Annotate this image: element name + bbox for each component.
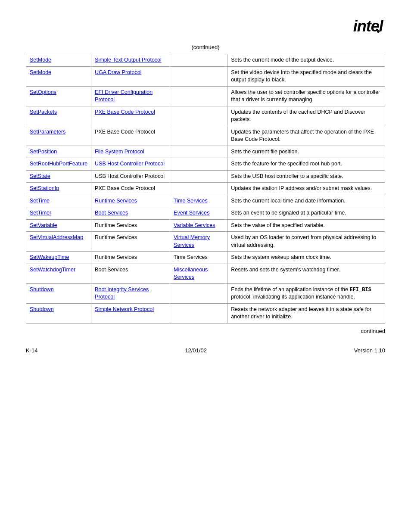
col2-cell[interactable]: UGA Draw Protocol [91,66,170,86]
col1-link[interactable]: SetWakeupTime [30,254,69,260]
col4-cell: Ends the lifetime of an application inst… [227,283,385,303]
col2-cell: Runtime Services [91,232,170,252]
page-footer: K-14 12/01/02 Version 1.10 [26,347,385,354]
col1-link[interactable]: SetPackets [30,109,57,115]
col1-cell[interactable]: Shutdown [26,303,91,323]
col2-cell[interactable]: Simple Network Protocol [91,303,170,323]
col1-link[interactable]: SetTimer [30,210,51,216]
col3-cell [170,183,227,195]
col2-link[interactable]: Boot Services [95,210,128,216]
col1-link[interactable]: SetStationIp [30,185,59,191]
col2-link[interactable]: EFI Driver Configuration Protocol [95,89,153,103]
col1-link[interactable]: SetParameters [30,129,65,135]
col2-link[interactable]: Simple Text Output Protocol [95,57,162,63]
col3-cell [170,54,227,67]
col1-link[interactable]: SetWatchdogTimer [30,267,75,273]
continued-footer: continued [26,328,385,334]
col2-cell: Runtime Services [91,252,170,264]
col1-cell[interactable]: SetVirtualAddressMap [26,232,91,252]
col2-cell[interactable]: Simple Text Output Protocol [91,54,170,67]
table-row: ShutdownBoot Integrity Services Protocol… [26,283,385,303]
col2-link[interactable]: PXE Base Code Protocol [95,109,155,115]
col3-link[interactable]: Time Services [174,198,208,204]
col2-cell: Boot Services [91,264,170,283]
col4-cell: Updates the contents of the cached DHCP … [227,106,385,126]
table-row: SetVirtualAddressMapRuntime ServicesVirt… [26,232,385,252]
col4-cell: Sets an event to be signaled at a partic… [227,207,385,220]
col2-link[interactable]: File System Protocol [95,149,144,155]
table-row: SetPacketsPXE Base Code ProtocolUpdates … [26,106,385,126]
col2-cell: USB Host Controller Protocol [91,170,170,183]
col3-cell[interactable]: Variable Services [170,219,227,232]
col3-link[interactable]: Miscellaneous Services [174,267,208,280]
col2-cell[interactable]: File System Protocol [91,146,170,158]
col3-link[interactable]: Event Services [174,210,209,216]
col1-link[interactable]: SetTime [30,198,50,204]
col3-link[interactable]: Variable Services [174,222,215,228]
col1-cell[interactable]: SetTimer [26,207,91,220]
col1-link[interactable]: SetMode [30,57,51,63]
table-row: SetTimerBoot ServicesEvent ServicesSets … [26,207,385,220]
col4-cell: Sets the feature for the specified root … [227,158,385,171]
col1-link[interactable]: Shutdown [30,286,54,292]
col1-cell[interactable]: SetMode [26,66,91,86]
col2-cell[interactable]: Runtime Services [91,195,170,207]
col3-cell[interactable]: Event Services [170,207,227,220]
col1-link[interactable]: Shutdown [30,306,54,312]
col2-link[interactable]: USB Host Controller Protocol [95,161,165,167]
col3-cell [170,126,227,146]
col1-cell[interactable]: Shutdown [26,283,91,303]
col4-cell: Used by an OS loader to convert from phy… [227,232,385,252]
footer-date: 12/01/02 [185,347,207,354]
continued-header: (continued) [26,44,385,50]
col1-cell[interactable]: SetVariable [26,219,91,232]
col1-cell[interactable]: SetWatchdogTimer [26,264,91,283]
col1-cell[interactable]: SetPackets [26,106,91,126]
col2-cell[interactable]: Boot Services [91,207,170,220]
col3-cell [170,170,227,183]
col1-link[interactable]: SetOptions [30,89,56,95]
col1-cell[interactable]: SetMode [26,54,91,67]
col4-cell: Sets the current file position. [227,146,385,158]
table-row: SetModeSimple Text Output ProtocolSets t… [26,54,385,67]
col2-cell: PXE Base Code Protocol [91,126,170,146]
col1-cell[interactable]: SetParameters [26,126,91,146]
table-row: SetWatchdogTimerBoot ServicesMiscellaneo… [26,264,385,283]
col2-cell[interactable]: Boot Integrity Services Protocol [91,283,170,303]
col4-cell: Sets the current mode of the output devi… [227,54,385,67]
col2-cell[interactable]: EFI Driver Configuration Protocol [91,86,170,106]
col3-cell [170,146,227,158]
main-table: SetModeSimple Text Output ProtocolSets t… [26,54,385,324]
col1-cell[interactable]: SetStationIp [26,183,91,195]
col1-cell[interactable]: SetRootHubPortFeature [26,158,91,171]
table-row: SetParametersPXE Base Code ProtocolUpdat… [26,126,385,146]
col2-cell[interactable]: USB Host Controller Protocol [91,158,170,171]
col3-link[interactable]: Virtual Memory Services [174,234,210,248]
col4-cell: Sets the value of the specified variable… [227,219,385,232]
col1-cell[interactable]: SetState [26,170,91,183]
col1-link[interactable]: SetVariable [30,222,57,228]
col1-cell[interactable]: SetWakeupTime [26,252,91,264]
col1-link[interactable]: SetMode [30,69,51,75]
col2-cell[interactable]: PXE Base Code Protocol [91,106,170,126]
col1-cell[interactable]: SetTime [26,195,91,207]
col3-cell [170,66,227,86]
col2-link[interactable]: Boot Integrity Services Protocol [95,286,149,300]
col1-link[interactable]: SetState [30,173,50,179]
col3-cell [170,283,227,303]
col1-cell[interactable]: SetOptions [26,86,91,106]
col3-cell[interactable]: Time Services [170,195,227,207]
col1-link[interactable]: SetPosition [30,149,57,155]
page-number: K-14 [26,347,37,354]
col2-link[interactable]: Simple Network Protocol [95,306,154,312]
col2-link[interactable]: Runtime Services [95,198,137,204]
col1-link[interactable]: SetRootHubPortFeature [30,161,87,167]
col3-cell [170,86,227,106]
col2-link[interactable]: UGA Draw Protocol [95,69,141,75]
col3-cell[interactable]: Miscellaneous Services [170,264,227,283]
col4-cell: Sets the system wakeup alarm clock time. [227,252,385,264]
col3-cell[interactable]: Virtual Memory Services [170,232,227,252]
table-row: SetStationIpPXE Base Code ProtocolUpdate… [26,183,385,195]
col1-cell[interactable]: SetPosition [26,146,91,158]
col1-link[interactable]: SetVirtualAddressMap [30,234,83,240]
